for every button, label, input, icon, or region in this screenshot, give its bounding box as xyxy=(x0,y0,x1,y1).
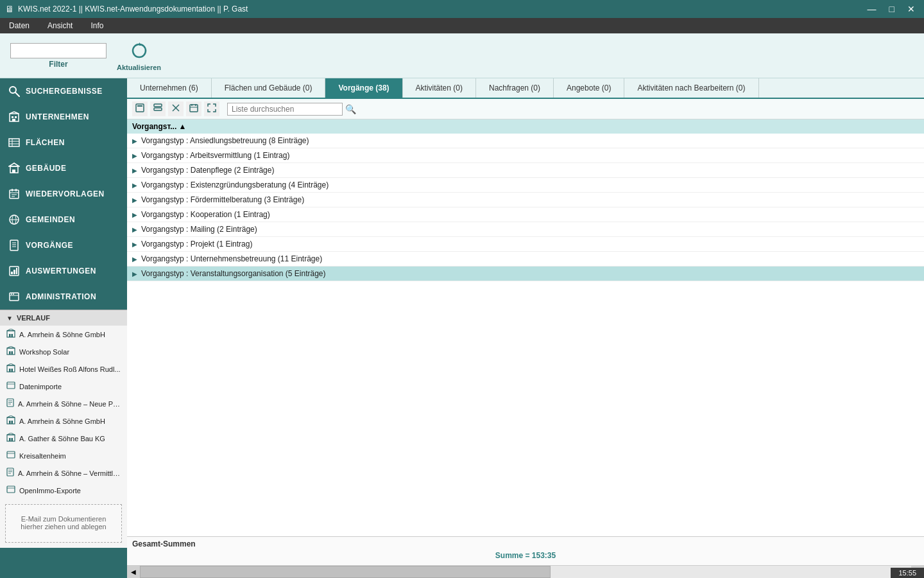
verlauf-item[interactable]: A. Amrhein & Söhne GmbH xyxy=(0,326,127,343)
svg-rect-4 xyxy=(12,116,13,118)
list-search: 🔍 xyxy=(227,103,356,116)
group-expand-arrow-icon: ▶ xyxy=(132,152,137,159)
group-row-label: Vorgangstyp : Existenzgründungsberatung … xyxy=(141,180,329,189)
svg-marker-60 xyxy=(7,433,15,435)
verlauf-item[interactable]: Kreisaltenheim xyxy=(0,447,127,464)
tab-unternehmen[interactable]: Unternehmen (6) xyxy=(127,78,212,98)
verlauf-arrow-icon: ▼ xyxy=(6,315,13,322)
refresh-label: Aktualisieren xyxy=(117,64,161,71)
gesamt-summen: Gesamt-Summen Summe = 153:35 xyxy=(127,536,924,565)
verlauf-item-icon xyxy=(6,381,15,392)
tab-vorgange[interactable]: Vorgänge (38) xyxy=(325,78,402,98)
verlauf-header[interactable]: ▼ VERLAUF xyxy=(0,310,127,326)
sidebar-item-unternehmen[interactable]: UNTERNEHMEN xyxy=(0,104,127,130)
titlebar: 🖥 KWIS.net 2022-1 || KWIS.net-Anwendungs… xyxy=(0,0,924,18)
group-row[interactable]: ▶Vorgangstyp : Veranstaltungsorganisatio… xyxy=(127,267,924,281)
sidebar-item-vorgange[interactable]: VORGÄNGE xyxy=(0,232,127,258)
tool-calendar-btn[interactable] xyxy=(186,101,201,116)
menu-daten[interactable]: Daten xyxy=(5,20,33,31)
wiedervorlagen-icon xyxy=(8,188,21,200)
sidebar-item-suchergebnisse[interactable]: SUCHERGEBNISSE xyxy=(0,78,127,104)
verlauf-item-icon xyxy=(6,450,15,461)
verlauf-item[interactable]: OpenImmo-Exporte xyxy=(0,482,127,499)
main-layout: SUCHERGEBNISSE UNTERNEHMEN xyxy=(0,78,924,578)
group-expand-arrow-icon: ▶ xyxy=(132,137,137,144)
menu-info[interactable]: Info xyxy=(87,20,107,31)
content-area: Unternehmen (6)Flächen und Gebäude (0)Vo… xyxy=(127,78,924,578)
verlauf-item[interactable]: A. Gather & Söhne Bau KG xyxy=(0,430,127,447)
group-row[interactable]: ▶Vorgangstyp : Fördermittelberatung (3 E… xyxy=(127,193,924,207)
verlauf-item-icon xyxy=(6,363,15,374)
svg-point-35 xyxy=(11,293,12,295)
group-row[interactable]: ▶Vorgangstyp : Mailing (2 Einträge) xyxy=(127,222,924,237)
sidebar-label-auswertungen: AUSWERTUNGEN xyxy=(26,267,96,276)
verlauf-item[interactable]: Datenimporte xyxy=(0,378,127,395)
tool-group-btn[interactable] xyxy=(150,101,166,116)
list-search-input[interactable] xyxy=(227,103,343,116)
search-icon[interactable]: 🔍 xyxy=(345,104,356,114)
svg-rect-25 xyxy=(10,240,18,250)
tool-select-btn[interactable] xyxy=(132,101,148,116)
column-header-label[interactable]: Vorgangsт... ▲ xyxy=(132,122,187,131)
group-row[interactable]: ▶Vorgangstyp : Existenzgründungsberatung… xyxy=(127,178,924,193)
verlauf-label: VERLAUF xyxy=(17,314,50,322)
bottom-scrollbar[interactable]: ◀ ▶ xyxy=(127,565,924,578)
tab-angebote[interactable]: Angebote (0) xyxy=(554,78,624,98)
svg-rect-49 xyxy=(7,382,15,389)
sidebar-item-gebaude[interactable]: GEBÄUDE xyxy=(0,155,127,181)
auswertungen-icon xyxy=(8,265,21,277)
tab-aktivitaten-bearbeiter[interactable]: Aktivitäten nach Bearbeitern (0) xyxy=(624,78,758,98)
group-row[interactable]: ▶Vorgangstyp : Unternehmensbetreuung (11… xyxy=(127,252,924,267)
tab-aktivitaten[interactable]: Aktivitäten (0) xyxy=(403,78,476,98)
verlauf-item[interactable]: Hotel Weißes Roß Alfons Rudl... xyxy=(0,360,127,378)
filter-input[interactable]: Alle xyxy=(10,43,107,58)
tool-expand-btn[interactable] xyxy=(204,101,219,116)
refresh-button[interactable]: Aktualisieren xyxy=(117,40,161,71)
group-row-label: Vorgangstyp : Veranstaltungsorganisation… xyxy=(141,269,326,278)
tab-flachen-gebaude[interactable]: Flächen und Gebäude (0) xyxy=(212,78,326,98)
group-row-label: Vorgangstyp : Ansiedlungsbetreuung (8 Ei… xyxy=(141,136,309,145)
group-row[interactable]: ▶Vorgangstyp : Kooperation (1 Eintrag) xyxy=(127,207,924,222)
tool-clear-btn[interactable] xyxy=(168,101,184,116)
scroll-thumb[interactable] xyxy=(140,566,551,578)
verlauf-item[interactable]: A. Amrhein & Söhne – Neue Pr... xyxy=(0,395,127,412)
verlauf-item[interactable]: Workshop Solar xyxy=(0,343,127,360)
minimize-button[interactable]: — xyxy=(864,3,880,15)
verlauf-item-icon xyxy=(6,416,15,426)
close-button[interactable]: ✕ xyxy=(903,3,919,15)
verlauf-item-icon xyxy=(6,329,15,340)
verlauf-item[interactable]: A. Amrhein & Söhne GmbH xyxy=(0,412,127,430)
email-drop-zone[interactable]: E-Mail zum Dokumentieren hierher ziehen … xyxy=(5,504,122,543)
sidebar-item-wiedervorlagen[interactable]: WIEDERVORLAGEN xyxy=(0,181,127,207)
sidebar-item-flachen[interactable]: FLÄCHEN xyxy=(0,130,127,155)
scroll-left-button[interactable]: ◀ xyxy=(127,566,140,579)
vorgange-icon xyxy=(8,239,21,252)
svg-rect-47 xyxy=(9,369,11,372)
gemeinden-icon xyxy=(8,213,21,226)
group-row-label: Vorgangstyp : Mailing (2 Einträge) xyxy=(141,225,257,234)
sidebar-item-gemeinden[interactable]: GEMEINDEN xyxy=(0,207,127,232)
group-row[interactable]: ▶Vorgangstyp : Projekt (1 Eintrag) xyxy=(127,237,924,252)
tab-nachfragen[interactable]: Nachfragen (0) xyxy=(476,78,554,98)
maximize-button[interactable]: □ xyxy=(886,3,898,15)
status-time: 15:55 xyxy=(898,569,916,577)
verlauf-item-icon xyxy=(6,485,15,496)
verlauf-item[interactable]: A. Amrhein & Söhne – Vermittlu... xyxy=(0,464,127,482)
verlauf-item-label: A. Amrhein & Söhne GmbH xyxy=(19,417,105,425)
svg-rect-37 xyxy=(7,331,15,337)
sidebar-item-administration[interactable]: ADMINISTRATION xyxy=(0,284,127,310)
group-row[interactable]: ▶Vorgangstyp : Arbeitsvermittlung (1 Ein… xyxy=(127,148,924,163)
sidebar-item-auswertungen[interactable]: AUSWERTUNGEN xyxy=(0,258,127,284)
menu-ansicht[interactable]: Ansicht xyxy=(44,20,76,31)
svg-rect-63 xyxy=(7,451,15,458)
administration-icon xyxy=(8,290,21,303)
group-row-label: Vorgangstyp : Projekt (1 Eintrag) xyxy=(141,240,252,249)
menubar: Daten Ansicht Info xyxy=(0,18,924,33)
svg-rect-31 xyxy=(13,270,15,274)
scroll-track[interactable] xyxy=(140,566,911,578)
group-row[interactable]: ▶Vorgangstyp : Ansiedlungsbetreuung (8 E… xyxy=(127,134,924,148)
verlauf-item-label: Workshop Solar xyxy=(19,348,69,356)
verlauf-item-label: A. Amrhein & Söhne – Vermittlu... xyxy=(18,469,121,477)
group-row[interactable]: ▶Vorgangstyp : Datenpflege (2 Einträge) xyxy=(127,163,924,178)
group-expand-arrow-icon: ▶ xyxy=(132,182,137,189)
